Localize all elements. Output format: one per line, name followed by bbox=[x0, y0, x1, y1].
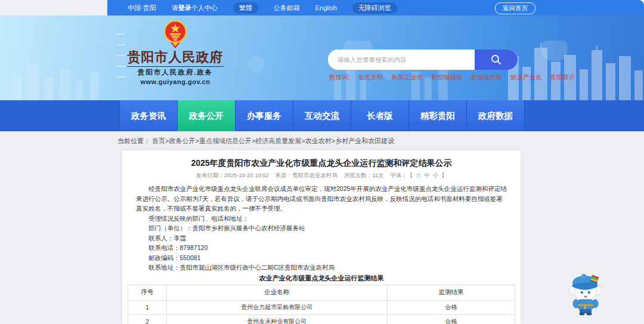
logo-divider bbox=[127, 66, 224, 67]
top-utility-bar: 中国·贵阳 请登录个人中心 繁體 公务邮箱 English 无障碍浏览 返回首页 bbox=[107, 0, 644, 16]
cell-result: 合格 bbox=[387, 314, 515, 324]
cell-result: 合格 bbox=[387, 300, 515, 314]
hot-word-link[interactable]: 旅游产业化 bbox=[510, 73, 542, 82]
login-prefix: 请 bbox=[172, 4, 178, 11]
search-icon bbox=[490, 54, 502, 66]
monitoring-result-table: 序号 企业名称 监测结果 1 贵州合力超市采购有限公司 合格 2 贵州友禾种业有… bbox=[128, 285, 515, 324]
english-link[interactable]: English bbox=[315, 4, 337, 11]
nav-item-banshi-fuwu[interactable]: 办事服务 bbox=[236, 100, 293, 131]
article-card: 2025年度贵阳市农业产业化市级重点龙头企业运行监测和评定结果公示 发布日期：2… bbox=[122, 150, 521, 324]
font-size-large-button[interactable]: 大 bbox=[416, 172, 422, 178]
table-row: 1 贵州合力超市采购有限公司 合格 bbox=[128, 300, 515, 314]
hot-word-link[interactable]: 新型工业化 bbox=[391, 73, 423, 82]
search-button[interactable] bbox=[475, 50, 518, 70]
login-suffix: 个人中心 bbox=[191, 4, 218, 11]
banner-dash-decoration bbox=[117, 24, 125, 87]
header-company: 企业名称 bbox=[166, 285, 387, 300]
back-home-button[interactable]: 返回首页 bbox=[495, 2, 535, 14]
cell-seq: 2 bbox=[128, 314, 167, 324]
nav-item-zhengwu-gongkai[interactable]: 政务公开 bbox=[178, 100, 236, 131]
cell-company: 贵州合力超市采购有限公司 bbox=[166, 300, 387, 314]
font-size-label-end: 】 bbox=[441, 172, 447, 178]
traditional-chinese-link[interactable]: 繁體 bbox=[233, 2, 258, 14]
font-size-label: 字体：【 bbox=[390, 172, 413, 178]
search-box bbox=[328, 50, 518, 70]
article-meta: 发布日期：2025-10-20 10:52 来源：贵阳市农业农村局 浏览次数：1… bbox=[128, 171, 515, 179]
nav-item-zhangzheban[interactable]: 长者版 bbox=[351, 100, 409, 131]
table-row: 2 贵州友禾种业有限公司 合格 bbox=[128, 314, 515, 324]
hot-search-words: 热搜词: 生态文明 新型工业化 新型城镇化 农业现代化 旅游产业化 贵阳简介 bbox=[329, 73, 526, 82]
main-nav: 政务资讯 政务公开 办事服务 互动交流 长者版 精彩贵阳 政府数据 bbox=[119, 100, 525, 131]
region-link[interactable]: 中国·贵阳 bbox=[128, 4, 156, 13]
site-subtitle: 贵阳市人民政府.政务 bbox=[127, 69, 224, 76]
contact-person: 联系人：李霞 bbox=[136, 233, 507, 243]
breadcrumb-label: 当前位置： bbox=[117, 137, 150, 144]
nav-item-zhengwu-zixun[interactable]: 政务资讯 bbox=[119, 100, 178, 131]
mascot-widget[interactable] bbox=[566, 269, 605, 319]
official-mail-link[interactable]: 公务邮箱 bbox=[274, 4, 300, 13]
font-size-small-button[interactable]: 小 bbox=[433, 172, 439, 178]
login-strong: 登录 bbox=[178, 4, 191, 11]
cell-company: 贵州友禾种业有限公司 bbox=[166, 314, 387, 324]
site-url: www.guiyang.gov.cn bbox=[127, 78, 224, 86]
table-caption: 农业产业化市级重点龙头企业运行监测结果 bbox=[128, 274, 515, 283]
contact-department: 部门（单位）：贵阳市乡村振兴服务中心农村经济服务站 bbox=[136, 223, 507, 233]
article-source: 来源：贵阳市农业农村局 bbox=[275, 172, 338, 178]
contact-phone: 联系电话：87987120 bbox=[136, 243, 507, 253]
nav-item-zhengfu-shuju[interactable]: 政府数据 bbox=[467, 100, 525, 131]
hot-word-link[interactable]: 新型城镇化 bbox=[431, 73, 463, 82]
search-input[interactable] bbox=[328, 50, 475, 70]
publish-date: 发布日期：2025-10-20 10:52 bbox=[196, 172, 269, 178]
hot-words-label: 热搜词: bbox=[329, 73, 349, 82]
article-paragraph: 经贵阳市农业产业化市级重点龙头企业联席会议成员单位审定，现对2025年开展的农业… bbox=[136, 184, 507, 214]
national-emblem-icon bbox=[162, 19, 188, 49]
hot-word-link[interactable]: 贵阳简介 bbox=[550, 73, 575, 82]
guiyang-mascot-icon bbox=[566, 269, 605, 316]
header-seq: 序号 bbox=[128, 285, 167, 300]
header-result: 监测结果 bbox=[387, 285, 515, 300]
hot-word-link[interactable]: 生态文明 bbox=[358, 73, 383, 82]
page-title: 2025年度贵阳市农业产业化市级重点龙头企业运行监测和评定结果公示 bbox=[128, 158, 515, 168]
breadcrumb-path[interactable]: 首页>政务公开>重点领域信息公开>经济高质量发展>农业农村>乡村产业和农田建设 bbox=[152, 137, 394, 144]
table-header-row: 序号 企业名称 监测结果 bbox=[128, 285, 515, 300]
city-skyline-decoration bbox=[0, 41, 644, 100]
font-size-medium-button[interactable]: 中 bbox=[424, 172, 430, 178]
site-name: 贵阳市人民政府 bbox=[127, 50, 224, 64]
postal-code: 邮政编码：550081 bbox=[136, 253, 507, 263]
cell-seq: 1 bbox=[128, 300, 167, 314]
article-body: 经贵阳市农业产业化市级重点龙头企业联席会议成员单位审定，现对2025年开展的农业… bbox=[128, 184, 515, 273]
accessibility-link[interactable]: 无障碍浏览 bbox=[352, 2, 397, 14]
hot-word-link[interactable]: 农业现代化 bbox=[470, 73, 502, 82]
login-link[interactable]: 请登录个人中心 bbox=[172, 4, 218, 13]
nav-item-hudong-jiaoliu[interactable]: 互动交流 bbox=[293, 100, 351, 131]
breadcrumb: 当前位置： 首页>政务公开>重点领域信息公开>经济高质量发展>农业农村>乡村产业… bbox=[117, 137, 394, 146]
site-logo: 贵阳市人民政府 贵阳市人民政府.政务 www.guiyang.gov.cn bbox=[127, 19, 224, 86]
nav-item-jingcai-guiyang[interactable]: 精彩贵阳 bbox=[409, 100, 467, 131]
article-paragraph: 受理情况反映的部门、电话和地址： bbox=[136, 214, 507, 224]
view-count: 浏览次数：11次 bbox=[344, 172, 384, 178]
main-nav-strip: 政务资讯 政务公开 办事服务 互动交流 长者版 精彩贵阳 政府数据 bbox=[0, 100, 644, 131]
contact-address: 联系地址：贵阳市观山湖区市级行政中心二期C区贵阳市农业农村局 bbox=[136, 263, 507, 273]
site-banner: 贵阳市人民政府 贵阳市人民政府.政务 www.guiyang.gov.cn 热搜… bbox=[0, 16, 644, 100]
